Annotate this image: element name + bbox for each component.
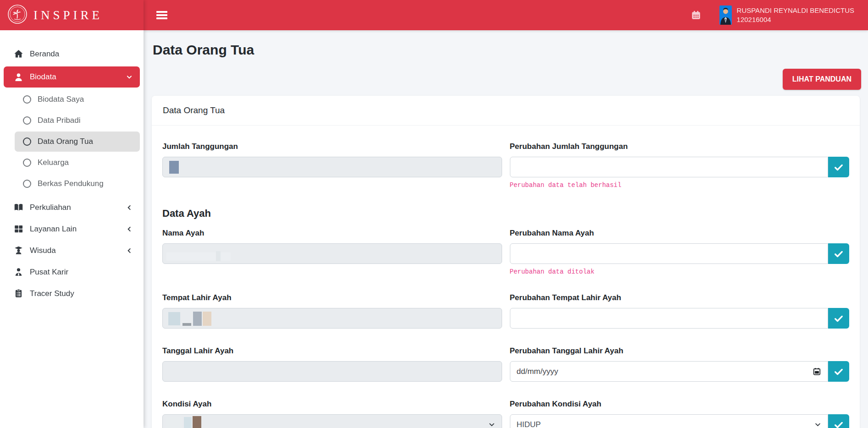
redacted-value bbox=[184, 417, 192, 428]
submit-check-button[interactable] bbox=[828, 414, 849, 428]
sidebar-item-label: Tracer Study bbox=[30, 289, 133, 298]
redacted-value bbox=[193, 416, 201, 428]
submit-check-button[interactable] bbox=[828, 361, 849, 382]
tanggal-lahir-ayah-input bbox=[162, 361, 502, 382]
circle-icon bbox=[23, 95, 31, 104]
user-info[interactable]: RUSPANDI REYNALDI BENEDICTUS 120216004 bbox=[737, 6, 854, 24]
circle-icon bbox=[23, 159, 31, 167]
clipboard-list-icon bbox=[14, 289, 23, 298]
sidebar-subitem-data-orang-tua[interactable]: Data Orang Tua bbox=[15, 132, 140, 152]
nama-ayah-input bbox=[162, 243, 502, 264]
topbar-right: RUSPANDI REYNALDI BENEDICTUS 120216004 bbox=[691, 5, 854, 25]
field-label: Jumlah Tanggungan bbox=[162, 142, 502, 151]
perubahan-tempat-lahir-ayah-input[interactable] bbox=[510, 308, 829, 329]
sidebar-item-pusat-karir[interactable]: Pusat Karir bbox=[4, 261, 140, 283]
sidebar-item-label: Biodata Saya bbox=[38, 95, 84, 104]
sidebar-item-perkuliahan[interactable]: Perkuliahan bbox=[4, 197, 140, 218]
brand-header[interactable]: INSPIRE bbox=[0, 0, 144, 30]
check-icon bbox=[834, 420, 844, 428]
sidebar-subitem-biodata-saya[interactable]: Biodata Saya bbox=[15, 89, 140, 110]
avatar[interactable] bbox=[719, 5, 732, 25]
sidebar-item-label: Berkas Pendukung bbox=[38, 179, 104, 188]
lihat-panduan-button[interactable]: LIHAT PANDUAN bbox=[783, 69, 861, 90]
check-icon bbox=[834, 162, 844, 172]
grid-icon bbox=[14, 224, 23, 234]
field-perubahan-jumlah-tanggungan: Perubahan Jumlah Tanggungan Perubahan da… bbox=[510, 142, 850, 189]
perubahan-tanggal-lahir-ayah-date-input[interactable]: dd/mm/yyyy bbox=[510, 361, 829, 382]
sidebar-item-label: Beranda bbox=[30, 49, 133, 59]
submit-check-button[interactable] bbox=[828, 243, 849, 264]
inspire-logo-icon bbox=[7, 4, 28, 26]
field-perubahan-nama-ayah: Perubahan Nama Ayah Perubahan data ditol… bbox=[510, 229, 850, 275]
field-label: Tanggal Lahir Ayah bbox=[162, 346, 502, 356]
redacted-value bbox=[216, 251, 221, 261]
date-picker-calendar-icon[interactable] bbox=[813, 367, 821, 376]
perubahan-kondisi-ayah-select[interactable]: HIDUP bbox=[510, 414, 829, 428]
submit-check-button[interactable] bbox=[828, 308, 849, 329]
redacted-value bbox=[166, 252, 231, 261]
field-nama-ayah: Nama Ayah bbox=[162, 229, 502, 275]
field-perubahan-kondisi-ayah: Perubahan Kondisi Ayah HIDUP bbox=[510, 400, 850, 428]
sidebar-item-tracer-study[interactable]: Tracer Study bbox=[4, 283, 140, 304]
chevron-down-icon bbox=[814, 421, 821, 428]
selected-option: HIDUP bbox=[517, 420, 541, 428]
circle-icon bbox=[23, 180, 31, 188]
status-text-berhasil: Perubahan data telah berhasil bbox=[510, 181, 850, 189]
circle-icon bbox=[23, 137, 31, 146]
home-icon bbox=[14, 49, 23, 59]
book-open-icon bbox=[14, 203, 23, 212]
redacted-value bbox=[169, 161, 179, 174]
sidebar-item-label: Data Pribadi bbox=[38, 116, 81, 125]
main-content: Data Orang Tua LIHAT PANDUAN Data Orang … bbox=[144, 30, 868, 428]
chevron-left-icon bbox=[126, 226, 133, 232]
sidebar-nav: Beranda Biodata Biodata Saya Data Pribad… bbox=[0, 30, 144, 304]
chevron-down-icon bbox=[488, 421, 495, 428]
sidebar-item-biodata[interactable]: Biodata bbox=[4, 66, 140, 88]
chevron-down-icon bbox=[126, 74, 133, 80]
perubahan-nama-ayah-input[interactable] bbox=[510, 243, 829, 264]
date-placeholder: dd/mm/yyyy bbox=[517, 367, 558, 376]
sidebar-item-label: Layanan Lain bbox=[30, 225, 120, 234]
kondisi-ayah-select bbox=[162, 414, 502, 428]
redacted-value bbox=[182, 323, 191, 326]
sidebar-item-label: Perkuliahan bbox=[30, 203, 120, 212]
data-orang-tua-card: Data Orang Tua Jumlah Tanggungan Perubah… bbox=[152, 96, 860, 428]
user-name: RUSPANDI REYNALDI BENEDICTUS bbox=[737, 6, 854, 15]
status-text-ditolak: Perubahan data ditolak bbox=[510, 268, 850, 275]
submit-check-button[interactable] bbox=[828, 157, 849, 177]
form: Jumlah Tanggungan Perubahan Jumlah Tangg… bbox=[162, 142, 849, 428]
circle-icon bbox=[23, 116, 31, 125]
field-kondisi-ayah: Kondisi Ayah bbox=[162, 400, 502, 428]
field-label: Perubahan Nama Ayah bbox=[510, 229, 850, 238]
topbar: RUSPANDI REYNALDI BENEDICTUS 120216004 bbox=[144, 0, 868, 30]
perubahan-jumlah-tanggungan-input[interactable] bbox=[510, 157, 829, 177]
field-tempat-lahir-ayah: Tempat Lahir Ayah bbox=[162, 293, 502, 329]
sidebar: INSPIRE Beranda Biodata Biodata Saya Dat… bbox=[0, 0, 144, 428]
jumlah-tanggungan-input bbox=[162, 157, 502, 177]
sidebar-subitem-data-pribadi[interactable]: Data Pribadi bbox=[15, 110, 140, 131]
user-icon bbox=[14, 72, 23, 82]
field-label: Tempat Lahir Ayah bbox=[162, 293, 502, 302]
sidebar-item-beranda[interactable]: Beranda bbox=[4, 43, 140, 65]
sidebar-subitem-keluarga[interactable]: Keluarga bbox=[15, 153, 140, 173]
user-tie-icon bbox=[14, 267, 23, 277]
check-icon bbox=[834, 249, 844, 259]
brand-name: INSPIRE bbox=[33, 8, 103, 22]
calendar-icon[interactable] bbox=[691, 10, 701, 20]
redacted-value bbox=[168, 312, 180, 325]
redacted-value bbox=[203, 312, 211, 326]
chevron-left-icon bbox=[126, 247, 133, 254]
menu-icon[interactable] bbox=[156, 10, 167, 21]
check-icon bbox=[834, 367, 844, 377]
sidebar-item-wisuda[interactable]: Wisuda bbox=[4, 240, 140, 261]
field-tanggal-lahir-ayah: Tanggal Lahir Ayah bbox=[162, 346, 502, 382]
sidebar-subitem-berkas-pendukung[interactable]: Berkas Pendukung bbox=[15, 174, 140, 194]
sidebar-item-label: Keluarga bbox=[38, 158, 69, 167]
tempat-lahir-ayah-input bbox=[162, 308, 502, 329]
user-id: 120216004 bbox=[737, 15, 854, 24]
sidebar-item-label: Data Orang Tua bbox=[38, 137, 93, 146]
section-heading-data-ayah: Data Ayah bbox=[162, 208, 849, 219]
sidebar-item-label: Pusat Karir bbox=[30, 268, 133, 277]
sidebar-item-layanan-lain[interactable]: Layanan Lain bbox=[4, 218, 140, 240]
sidebar-item-label: Wisuda bbox=[30, 246, 120, 255]
